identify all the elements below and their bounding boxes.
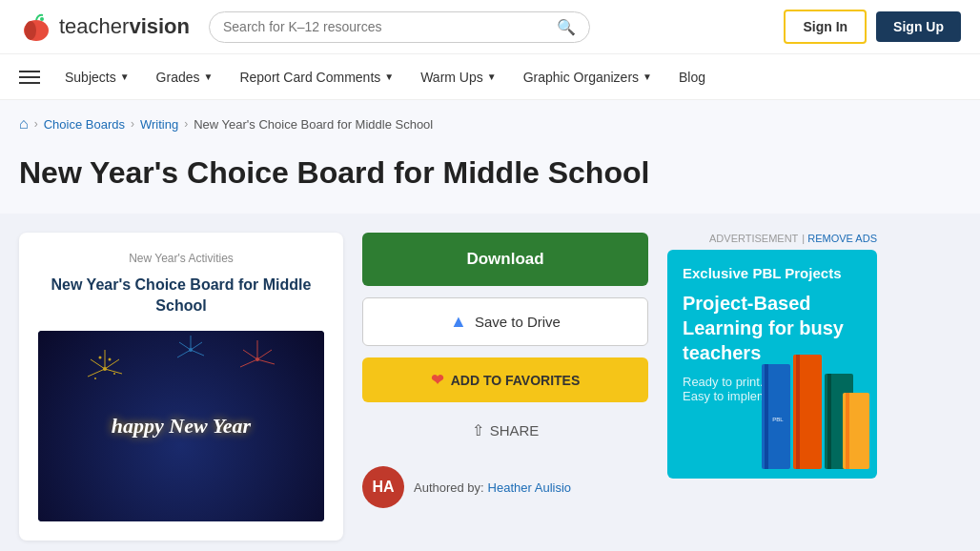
add-to-favorites-button[interactable]: ❤ ADD TO FAVORITES bbox=[362, 357, 648, 402]
svg-line-9 bbox=[105, 359, 119, 369]
breadcrumb-separator: › bbox=[131, 117, 134, 131]
search-bar[interactable]: 🔍 bbox=[209, 11, 590, 43]
breadcrumb-writing[interactable]: Writing bbox=[140, 117, 178, 132]
resource-card-title: New Year's Choice Board for Middle Schoo… bbox=[38, 275, 324, 317]
svg-line-21 bbox=[191, 342, 202, 350]
card-image-text: happy New Year bbox=[112, 414, 251, 439]
main-nav: Subjects ▼ Grades ▼ Report Card Comments… bbox=[0, 54, 980, 100]
svg-line-10 bbox=[91, 359, 105, 369]
author-name-link[interactable]: Heather Aulisio bbox=[488, 480, 571, 495]
svg-rect-33 bbox=[846, 393, 849, 469]
breadcrumb-area: ⌂ › Choice Boards › Writing › New Year's… bbox=[0, 100, 980, 140]
nav-item-subjects[interactable]: Subjects ▼ bbox=[53, 54, 141, 100]
fireworks-background: happy New Year bbox=[38, 331, 324, 521]
author-avatar: HA bbox=[362, 466, 404, 508]
header-actions: Sign In Sign Up bbox=[784, 10, 961, 44]
chevron-down-icon: ▼ bbox=[643, 71, 652, 82]
svg-line-17 bbox=[257, 359, 275, 364]
breadcrumb: ⌂ › Choice Boards › Writing › New Year's… bbox=[19, 115, 961, 133]
action-area: Download ▲ Save to Drive ❤ ADD TO FAVORI… bbox=[362, 233, 648, 541]
breadcrumb-separator: › bbox=[184, 117, 188, 131]
hamburger-menu-button[interactable] bbox=[19, 71, 40, 84]
svg-point-5 bbox=[99, 356, 102, 358]
resource-card-image: happy New Year bbox=[38, 331, 324, 521]
home-icon[interactable]: ⌂ bbox=[19, 115, 29, 133]
search-input[interactable] bbox=[223, 19, 549, 34]
ad-label: ADVERTISEMENT| REMOVE ADS bbox=[667, 233, 877, 244]
svg-line-23 bbox=[191, 350, 204, 356]
chevron-down-icon: ▼ bbox=[384, 71, 394, 82]
main-content: New Year's Activities New Year's Choice … bbox=[0, 214, 980, 551]
ad-book-stack: PBL bbox=[757, 345, 871, 469]
search-button[interactable]: 🔍 bbox=[557, 18, 576, 36]
signin-button[interactable]: Sign In bbox=[784, 10, 867, 44]
logo: teachervision bbox=[19, 10, 190, 44]
svg-line-22 bbox=[179, 342, 191, 350]
breadcrumb-current: New Year's Choice Board for Middle Schoo… bbox=[194, 117, 433, 132]
svg-point-6 bbox=[113, 373, 115, 375]
save-to-drive-button[interactable]: ▲ Save to Drive bbox=[362, 297, 648, 346]
svg-point-7 bbox=[94, 378, 96, 379]
google-drive-icon: ▲ bbox=[450, 312, 467, 332]
share-icon: ⇧ bbox=[472, 421, 484, 439]
nav-item-blog[interactable]: Blog bbox=[667, 54, 717, 100]
nav-item-warm-ups[interactable]: Warm Ups ▼ bbox=[409, 54, 508, 100]
page-title: New Year's Choice Board for Middle Schoo… bbox=[19, 155, 961, 191]
breadcrumb-choice-boards[interactable]: Choice Boards bbox=[44, 117, 125, 132]
svg-rect-31 bbox=[827, 374, 831, 469]
signup-button[interactable]: Sign Up bbox=[876, 11, 961, 42]
breadcrumb-separator: › bbox=[34, 117, 38, 131]
author-info: Authored by: Heather Aulisio bbox=[414, 480, 571, 495]
logo-text: teachervision bbox=[59, 14, 190, 39]
svg-point-2 bbox=[40, 17, 44, 21]
svg-line-24 bbox=[177, 350, 191, 357]
resource-card: New Year's Activities New Year's Choice … bbox=[19, 233, 343, 541]
chevron-down-icon: ▼ bbox=[487, 71, 497, 82]
svg-line-16 bbox=[243, 350, 257, 359]
header: teachervision 🔍 Sign In Sign Up bbox=[0, 0, 980, 54]
remove-ads-link[interactable]: REMOVE ADS bbox=[807, 233, 877, 244]
svg-line-18 bbox=[240, 359, 257, 367]
svg-line-12 bbox=[88, 369, 105, 377]
ad-area: ADVERTISEMENT| REMOVE ADS Exclusive PBL … bbox=[667, 233, 877, 541]
svg-line-15 bbox=[257, 350, 272, 359]
ad-books-svg: PBL bbox=[757, 345, 871, 469]
share-button[interactable]: ⇧ SHARE bbox=[362, 414, 648, 447]
nav-item-report-card[interactable]: Report Card Comments ▼ bbox=[228, 54, 405, 100]
resource-card-label: New Year's Activities bbox=[38, 252, 324, 265]
ad-banner: Exclusive PBL Projects Project-Based Lea… bbox=[667, 250, 877, 479]
svg-point-4 bbox=[109, 357, 112, 360]
authored-by: HA Authored by: Heather Aulisio bbox=[362, 466, 648, 508]
ad-banner-title: Exclusive PBL Projects bbox=[683, 265, 862, 281]
svg-point-1 bbox=[25, 21, 36, 40]
svg-text:PBL: PBL bbox=[772, 417, 784, 422]
svg-rect-29 bbox=[796, 355, 800, 469]
nav-item-grades[interactable]: Grades ▼ bbox=[145, 54, 225, 100]
download-button[interactable]: Download bbox=[362, 233, 648, 286]
svg-rect-26 bbox=[765, 364, 768, 469]
heart-icon: ❤ bbox=[431, 371, 443, 389]
svg-line-11 bbox=[105, 369, 122, 374]
chevron-down-icon: ▼ bbox=[204, 71, 214, 82]
chevron-down-icon: ▼ bbox=[120, 71, 130, 82]
logo-apple-icon bbox=[19, 10, 53, 44]
page-title-area: New Year's Choice Board for Middle Schoo… bbox=[0, 140, 980, 214]
nav-item-graphic-organizers[interactable]: Graphic Organizers ▼ bbox=[512, 54, 664, 100]
